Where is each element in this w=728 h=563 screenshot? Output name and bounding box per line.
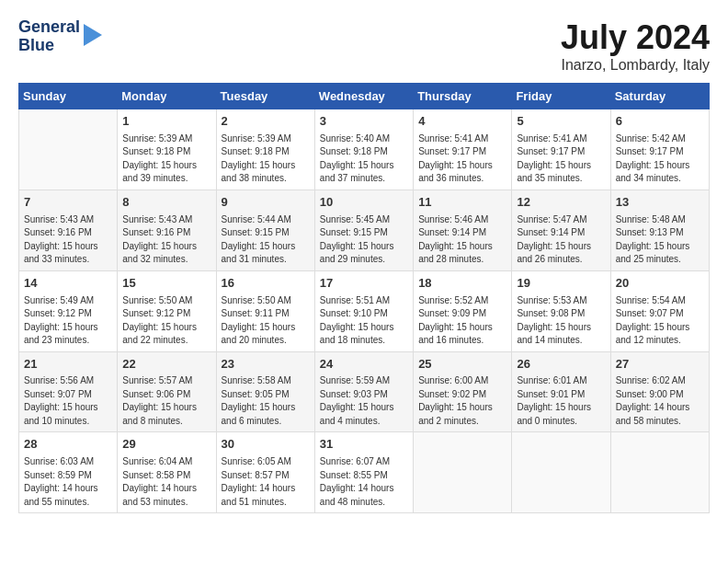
calendar-cell: 19Sunrise: 5:53 AM Sunset: 9:08 PM Dayli… <box>512 270 610 351</box>
calendar-cell: 5Sunrise: 5:41 AM Sunset: 9:17 PM Daylig… <box>512 109 610 190</box>
day-info: Sunrise: 6:00 AM Sunset: 9:02 PM Dayligh… <box>418 374 506 428</box>
day-number: 16 <box>222 275 310 293</box>
day-info: Sunrise: 6:07 AM Sunset: 8:55 PM Dayligh… <box>320 455 408 509</box>
calendar-cell: 7Sunrise: 5:43 AM Sunset: 9:16 PM Daylig… <box>19 190 118 270</box>
day-number: 14 <box>24 275 112 293</box>
day-number: 13 <box>616 194 704 212</box>
day-info: Sunrise: 6:02 AM Sunset: 9:00 PM Dayligh… <box>616 374 704 428</box>
calendar-week-row: 28Sunrise: 6:03 AM Sunset: 8:59 PM Dayli… <box>19 432 710 513</box>
calendar-cell: 2Sunrise: 5:39 AM Sunset: 9:18 PM Daylig… <box>216 109 314 190</box>
day-info: Sunrise: 6:04 AM Sunset: 8:58 PM Dayligh… <box>122 455 210 509</box>
title-block: July 2024 Inarzo, Lombardy, Italy <box>561 18 710 74</box>
calendar-cell: 1Sunrise: 5:39 AM Sunset: 9:18 PM Daylig… <box>118 109 216 190</box>
calendar-cell: 6Sunrise: 5:42 AM Sunset: 9:17 PM Daylig… <box>610 109 709 190</box>
day-info: Sunrise: 6:05 AM Sunset: 8:57 PM Dayligh… <box>222 455 310 509</box>
day-number: 11 <box>418 194 506 212</box>
calendar-cell: 30Sunrise: 6:05 AM Sunset: 8:57 PM Dayli… <box>216 432 314 513</box>
weekday-header: Wednesday <box>314 84 413 109</box>
day-info: Sunrise: 5:43 AM Sunset: 9:16 PM Dayligh… <box>24 213 112 267</box>
day-number: 24 <box>320 356 408 373</box>
calendar-week-row: 14Sunrise: 5:49 AM Sunset: 9:12 PM Dayli… <box>19 270 710 351</box>
day-number: 6 <box>616 113 704 131</box>
day-number: 30 <box>222 436 310 454</box>
calendar-cell: 29Sunrise: 6:04 AM Sunset: 8:58 PM Dayli… <box>118 432 216 513</box>
logo: General Blue <box>18 18 102 55</box>
day-number: 12 <box>517 194 605 212</box>
day-number: 22 <box>122 356 210 373</box>
weekday-header: Sunday <box>19 84 118 109</box>
calendar-cell: 16Sunrise: 5:50 AM Sunset: 9:11 PM Dayli… <box>216 270 314 351</box>
day-number: 15 <box>122 275 210 293</box>
logo-text-line1: General <box>18 18 80 37</box>
day-number: 17 <box>320 275 408 293</box>
day-info: Sunrise: 5:52 AM Sunset: 9:09 PM Dayligh… <box>418 294 506 348</box>
calendar-cell: 14Sunrise: 5:49 AM Sunset: 9:12 PM Dayli… <box>19 270 118 351</box>
calendar-cell: 21Sunrise: 5:56 AM Sunset: 9:07 PM Dayli… <box>19 351 118 432</box>
day-number: 2 <box>222 113 310 131</box>
day-number: 8 <box>122 194 210 212</box>
day-info: Sunrise: 5:40 AM Sunset: 9:18 PM Dayligh… <box>320 132 408 186</box>
calendar-week-row: 21Sunrise: 5:56 AM Sunset: 9:07 PM Dayli… <box>19 351 710 432</box>
calendar-cell: 15Sunrise: 5:50 AM Sunset: 9:12 PM Dayli… <box>118 270 216 351</box>
calendar-week-row: 1Sunrise: 5:39 AM Sunset: 9:18 PM Daylig… <box>19 109 710 190</box>
calendar-cell: 31Sunrise: 6:07 AM Sunset: 8:55 PM Dayli… <box>314 432 413 513</box>
day-info: Sunrise: 5:42 AM Sunset: 9:17 PM Dayligh… <box>616 132 704 186</box>
day-info: Sunrise: 5:54 AM Sunset: 9:07 PM Dayligh… <box>616 294 704 348</box>
day-info: Sunrise: 5:50 AM Sunset: 9:12 PM Dayligh… <box>122 294 210 348</box>
day-info: Sunrise: 5:43 AM Sunset: 9:16 PM Dayligh… <box>122 213 210 267</box>
day-number: 21 <box>24 356 112 373</box>
day-info: Sunrise: 5:49 AM Sunset: 9:12 PM Dayligh… <box>24 294 112 348</box>
calendar-cell <box>414 432 512 513</box>
day-info: Sunrise: 5:44 AM Sunset: 9:15 PM Dayligh… <box>222 213 310 267</box>
day-info: Sunrise: 5:41 AM Sunset: 9:17 PM Dayligh… <box>517 132 605 186</box>
day-info: Sunrise: 5:39 AM Sunset: 9:18 PM Dayligh… <box>222 132 310 186</box>
day-number: 5 <box>517 113 605 131</box>
calendar-cell: 26Sunrise: 6:01 AM Sunset: 9:01 PM Dayli… <box>512 351 610 432</box>
calendar-cell: 23Sunrise: 5:58 AM Sunset: 9:05 PM Dayli… <box>216 351 314 432</box>
main-title: July 2024 <box>561 18 710 57</box>
day-number: 10 <box>320 194 408 212</box>
day-info: Sunrise: 5:53 AM Sunset: 9:08 PM Dayligh… <box>517 294 605 348</box>
day-number: 3 <box>320 113 408 131</box>
calendar-cell: 25Sunrise: 6:00 AM Sunset: 9:02 PM Dayli… <box>414 351 512 432</box>
calendar-table: SundayMondayTuesdayWednesdayThursdayFrid… <box>18 83 710 513</box>
calendar-cell <box>512 432 610 513</box>
day-info: Sunrise: 5:39 AM Sunset: 9:18 PM Dayligh… <box>122 132 210 186</box>
day-number: 23 <box>222 356 310 373</box>
day-number: 31 <box>320 436 408 454</box>
weekday-header: Monday <box>118 84 216 109</box>
calendar-cell: 4Sunrise: 5:41 AM Sunset: 9:17 PM Daylig… <box>414 109 512 190</box>
calendar-cell: 17Sunrise: 5:51 AM Sunset: 9:10 PM Dayli… <box>314 270 413 351</box>
day-number: 27 <box>616 356 704 373</box>
day-number: 1 <box>122 113 210 131</box>
day-info: Sunrise: 5:50 AM Sunset: 9:11 PM Dayligh… <box>222 294 310 348</box>
day-info: Sunrise: 5:45 AM Sunset: 9:15 PM Dayligh… <box>320 213 408 267</box>
calendar-cell: 9Sunrise: 5:44 AM Sunset: 9:15 PM Daylig… <box>216 190 314 270</box>
day-info: Sunrise: 5:57 AM Sunset: 9:06 PM Dayligh… <box>122 374 210 428</box>
day-info: Sunrise: 6:01 AM Sunset: 9:01 PM Dayligh… <box>517 374 605 428</box>
calendar-cell: 13Sunrise: 5:48 AM Sunset: 9:13 PM Dayli… <box>610 190 709 270</box>
day-info: Sunrise: 6:03 AM Sunset: 8:59 PM Dayligh… <box>24 455 112 509</box>
day-number: 28 <box>24 436 112 454</box>
calendar-cell: 22Sunrise: 5:57 AM Sunset: 9:06 PM Dayli… <box>118 351 216 432</box>
calendar-cell <box>610 432 709 513</box>
day-info: Sunrise: 5:59 AM Sunset: 9:03 PM Dayligh… <box>320 374 408 428</box>
calendar-cell: 10Sunrise: 5:45 AM Sunset: 9:15 PM Dayli… <box>314 190 413 270</box>
calendar-cell: 28Sunrise: 6:03 AM Sunset: 8:59 PM Dayli… <box>19 432 118 513</box>
day-number: 9 <box>222 194 310 212</box>
day-info: Sunrise: 5:41 AM Sunset: 9:17 PM Dayligh… <box>418 132 506 186</box>
weekday-header-row: SundayMondayTuesdayWednesdayThursdayFrid… <box>19 84 710 109</box>
calendar-week-row: 7Sunrise: 5:43 AM Sunset: 9:16 PM Daylig… <box>19 190 710 270</box>
day-number: 7 <box>24 194 112 212</box>
weekday-header: Saturday <box>610 84 709 109</box>
day-number: 26 <box>517 356 605 373</box>
day-number: 20 <box>616 275 704 293</box>
calendar-cell: 27Sunrise: 6:02 AM Sunset: 9:00 PM Dayli… <box>610 351 709 432</box>
day-info: Sunrise: 5:47 AM Sunset: 9:14 PM Dayligh… <box>517 213 605 267</box>
calendar-cell: 11Sunrise: 5:46 AM Sunset: 9:14 PM Dayli… <box>414 190 512 270</box>
day-info: Sunrise: 5:56 AM Sunset: 9:07 PM Dayligh… <box>24 374 112 428</box>
calendar-cell: 12Sunrise: 5:47 AM Sunset: 9:14 PM Dayli… <box>512 190 610 270</box>
subtitle: Inarzo, Lombardy, Italy <box>561 57 710 74</box>
day-number: 4 <box>418 113 506 131</box>
day-info: Sunrise: 5:48 AM Sunset: 9:13 PM Dayligh… <box>616 213 704 267</box>
